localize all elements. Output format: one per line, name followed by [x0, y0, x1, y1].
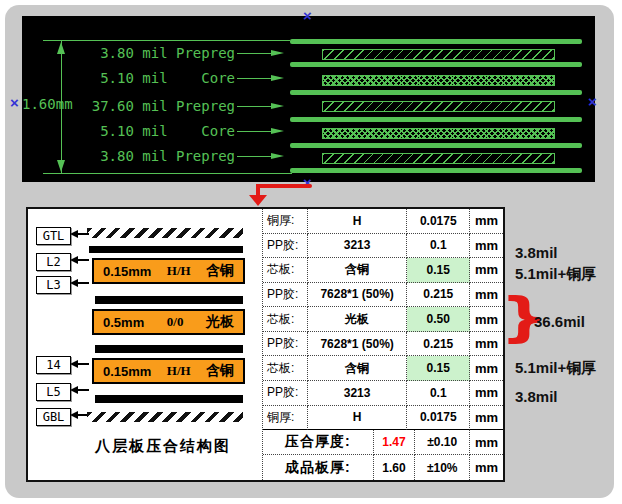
row-value: 3213 [308, 381, 408, 406]
callout-arrow-icon [237, 131, 271, 132]
layer-pointer-arrow-icon [78, 363, 89, 365]
summary-value: 1.60 [374, 455, 416, 480]
row-value: 含铜 [308, 356, 408, 381]
cad-stackup-view: 1.60mm 3.80 mil Prepreg 5.10 mil Core 37… [22, 16, 595, 182]
table-row: 芯板: 含铜 0.15 mm [263, 356, 503, 381]
core-board-type: 含铜 [206, 262, 234, 280]
row-unit: mm [470, 307, 503, 332]
row-label: PP胶: [263, 332, 308, 357]
row-label: PP胶: [263, 283, 308, 308]
table-row: 铜厚: H 0.0175 mm [263, 406, 503, 431]
copper-layer-bar [290, 143, 582, 148]
copper-foil-bar [95, 296, 243, 304]
layer-label-gbl: GBL [36, 408, 71, 426]
row-value: 含铜 [308, 258, 408, 283]
annotation-middle-total: 36.6mil [534, 313, 585, 330]
row-thickness: 0.1 [407, 234, 470, 259]
row-thickness: 0.0175 [407, 209, 470, 234]
layer-label-gtl: GTL [36, 227, 71, 245]
diagram-caption: 八层板压合结构图 [73, 437, 253, 456]
transition-arrow-head-icon [249, 195, 267, 206]
core-board-type: 含铜 [206, 362, 234, 380]
row-value: 3213 [308, 234, 408, 259]
cad-callout-prepreg-3: 3.80 mil Prepreg [22, 147, 235, 165]
core-board-copper-weight: H/H [167, 363, 191, 379]
row-label: 芯板: [263, 307, 308, 332]
row-unit: mm [470, 406, 503, 431]
cad-callout-core-2: 5.10 mil Core [22, 122, 235, 140]
layer-label-l2: L2 [36, 253, 71, 271]
material-table: 铜厚: H 0.0175 mm PP胶: 3213 0.1 mm 芯板: 含铜 … [262, 209, 503, 480]
callout-arrow-icon [237, 53, 271, 54]
copper-foil-bar [95, 395, 243, 403]
copper-layer-bar [290, 39, 582, 44]
copper-layer-bar [290, 90, 582, 95]
summary-tolerance: ±10% [415, 455, 470, 480]
table-row: 芯板: 含铜 0.15 mm [263, 258, 503, 283]
summary-row-lamination-thickness: 压合厚度: 1.47 ±0.10 mm [263, 430, 503, 455]
row-unit: mm [470, 283, 503, 308]
row-value: H [308, 209, 408, 234]
callout-arrow-icon [237, 156, 271, 157]
row-value: 光板 [308, 307, 408, 332]
dimension-line-top [43, 40, 290, 41]
table-row: PP胶: 7628*1 (50%) 0.215 mm [263, 332, 503, 357]
table-row: 芯板: 光板 0.50 mm [263, 307, 503, 332]
core-layer-hatch [322, 128, 555, 139]
summary-unit: mm [470, 430, 503, 455]
row-value: 7628*1 (50%) [308, 283, 408, 308]
row-label: 铜厚: [263, 406, 308, 431]
table-row: PP胶: 3213 0.1 mm [263, 381, 503, 406]
row-thickness: 0.215 [407, 283, 470, 308]
summary-label: 成品板厚: [263, 455, 374, 480]
annotation-top-core: 5.1mil+铜厚 [515, 265, 596, 284]
row-value: H [308, 406, 408, 431]
core-board-type: 光板 [206, 313, 234, 331]
summary-row-finished-thickness: 成品板厚: 1.60 ±10% mm [263, 455, 503, 480]
copper-layer-bar [290, 62, 582, 67]
row-thickness: 0.1 [407, 381, 470, 406]
copper-foil-bar [95, 345, 243, 353]
row-unit: mm [470, 381, 503, 406]
row-value: 7628*1 (50%) [308, 332, 408, 357]
pcb-stackup-screenshot: 1.60mm 3.80 mil Prepreg 5.10 mil Core 37… [0, 0, 622, 504]
annotation-bottom-prepreg: 3.8mil [515, 388, 558, 405]
summary-tolerance: ±0.10 [415, 430, 470, 455]
row-thickness: 0.0175 [407, 406, 470, 431]
table-row: 铜厚: H 0.0175 mm [263, 209, 503, 234]
row-label: PP胶: [263, 234, 308, 259]
core-layer-hatch [322, 75, 555, 86]
selection-x-marker-top-icon: × [303, 8, 312, 23]
row-thickness-highlighted: 0.15 [407, 356, 470, 381]
layer-label-l3: L3 [36, 276, 71, 294]
core-board-thickness: 0.5mm [103, 315, 144, 330]
row-unit: mm [470, 234, 503, 259]
row-unit: mm [470, 258, 503, 283]
row-label: 铜厚: [263, 209, 308, 234]
annotation-bottom-core: 5.1mil+铜厚 [515, 359, 596, 378]
core-board-2: 0.5mm 0/0 光板 [92, 309, 245, 335]
layer-label-l5: L5 [36, 383, 71, 401]
layer-label-l4: 14 [36, 356, 71, 374]
copper-layer-bar [290, 117, 582, 122]
table-row: PP胶: 7628*1 (50%) 0.215 mm [263, 283, 503, 308]
cad-callout-prepreg-2: 37.60 mil Prepreg [22, 97, 235, 115]
row-label: PP胶: [263, 381, 308, 406]
dimension-line-bottom [43, 173, 292, 174]
core-board-copper-weight: 0/0 [167, 314, 184, 330]
row-label: 芯板: [263, 356, 308, 381]
selection-x-marker-right-icon: × [588, 94, 597, 109]
core-board-1: 0.15mm H/H 含铜 [92, 258, 245, 284]
callout-arrow-icon [237, 78, 271, 79]
cad-callout-prepreg-1: 3.80 mil Prepreg [22, 44, 235, 62]
prepreg-layer-hatch [322, 101, 555, 112]
row-thickness-highlighted: 0.15 [407, 258, 470, 283]
copper-foil-bar [89, 246, 243, 253]
core-board-thickness: 0.15mm [103, 364, 151, 379]
callout-arrow-icon [237, 106, 271, 107]
copper-layer-bar [290, 168, 582, 173]
cad-callout-core-1: 5.10 mil Core [22, 69, 235, 87]
core-board-copper-weight: H/H [167, 263, 191, 279]
summary-unit: mm [470, 455, 503, 480]
row-thickness-highlighted: 0.50 [407, 307, 470, 332]
